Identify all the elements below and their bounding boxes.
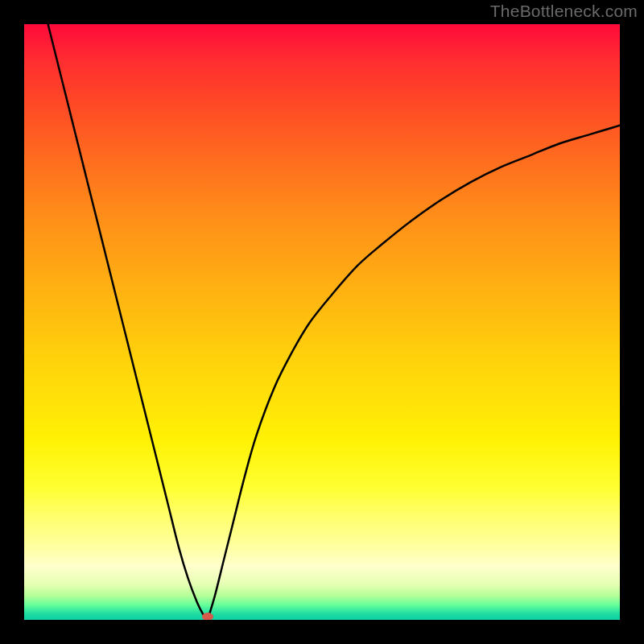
bottleneck-curve [24, 24, 620, 620]
chart-frame: TheBottleneck.com [0, 0, 644, 644]
watermark-text: TheBottleneck.com [490, 2, 638, 21]
optimal-point-marker [202, 613, 213, 620]
plot-area [24, 24, 620, 620]
